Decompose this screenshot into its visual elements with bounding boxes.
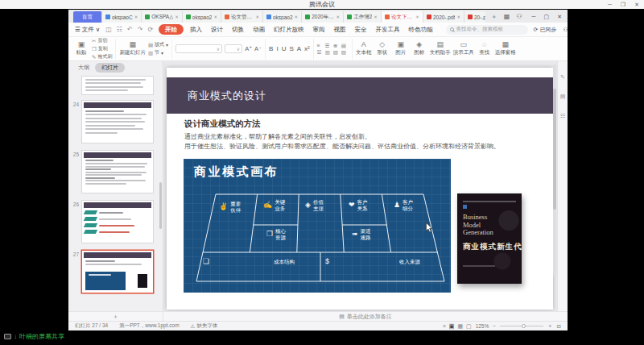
save-icon[interactable]: ◫	[105, 26, 112, 33]
selection-pane-button[interactable]: ▦ 选择窗格	[495, 41, 516, 56]
slide-thumbnail[interactable]	[81, 100, 154, 143]
bold-button[interactable]: B	[269, 45, 273, 53]
justify-icon[interactable]: ▨	[341, 49, 349, 55]
paste-button[interactable]: ▣ 粘贴	[73, 41, 89, 56]
new-slide-button[interactable]: ▦ 新建幻灯片	[119, 41, 146, 56]
zoom-out-button[interactable]: −	[493, 323, 496, 329]
font-color-button[interactable]: A	[297, 45, 301, 53]
animation-panel-icon[interactable]: ▤	[560, 94, 566, 100]
document-tab[interactable]: 2020-.pdf ✕	[423, 11, 464, 23]
minimize-icon[interactable]: ─	[608, 2, 612, 7]
missing-font-warning[interactable]: ⚠ 缺失字体	[191, 322, 218, 330]
slide-thumbnail[interactable]	[81, 76, 154, 95]
ribbon-tab[interactable]: 特色功能	[407, 25, 436, 35]
shrink-font-button[interactable]: A⁻	[254, 45, 262, 52]
close-icon[interactable]: ✕	[134, 15, 138, 19]
layout-button[interactable]: ▤ 版式 ▾	[148, 41, 168, 48]
document-tab[interactable]: 首页 ✕	[73, 11, 102, 23]
add-slide-button[interactable]: ＋	[113, 312, 119, 321]
file-menu-button[interactable]: ☰ 文件 ∨	[75, 26, 100, 34]
document-tab[interactable]: 2020年报表 ✕	[302, 11, 344, 23]
ribbon-tab[interactable]: 幻灯片放映	[271, 25, 307, 35]
sync-status[interactable]: ⟳ 已同步	[534, 26, 557, 34]
document-tab[interactable]: okspao2 ✕	[263, 11, 302, 23]
close-icon[interactable]: ✕	[255, 15, 259, 19]
close-icon[interactable]: ✕	[557, 14, 562, 20]
close-icon[interactable]: ✕	[634, 2, 639, 8]
play-view-icon[interactable]: ▢	[466, 323, 472, 330]
shapes-button[interactable]: ◇ 形状	[374, 41, 390, 56]
superscript-button[interactable]: x²	[304, 45, 310, 53]
undo-icon[interactable]: ↶	[127, 26, 133, 33]
slide-thumbnail-selected[interactable]	[81, 250, 154, 293]
refresh-icon[interactable]: ⟳	[147, 26, 153, 33]
close-icon[interactable]: ✕	[415, 15, 419, 19]
font-size-select[interactable]: ∨	[225, 44, 242, 53]
icon-library-button[interactable]: ◈ 图标	[411, 41, 427, 56]
close-icon[interactable]: ✕	[295, 15, 299, 19]
sorter-view-icon[interactable]: ▦	[457, 323, 463, 330]
align-center-icon[interactable]: ▥	[325, 49, 332, 55]
close-icon[interactable]: ✕	[175, 15, 179, 19]
redo-icon[interactable]: ↷	[138, 26, 143, 33]
ribbon-tab[interactable]: 设计	[208, 25, 225, 35]
align-right-icon[interactable]: ▧	[333, 49, 341, 55]
zoom-in-button[interactable]: ＋	[547, 322, 553, 330]
picture-button[interactable]: ▣ 图片	[393, 41, 409, 56]
copy-button[interactable]: ❐ 复制	[92, 45, 112, 52]
collaborate-button[interactable]: ⚇ 协作	[563, 26, 568, 34]
italic-button[interactable]: I	[276, 45, 278, 53]
slide-canvas[interactable]: 商业模式的设计 设计商业模式的方法 通过商业元素标准化，帮助了解各元素之间的关联…	[167, 68, 553, 310]
document-tab[interactable]: 20-.pdf ✕	[464, 11, 485, 23]
find-button[interactable]: ◌ 查找	[477, 41, 493, 56]
zoom-slider[interactable]	[500, 326, 543, 326]
document-tab[interactable]: 工作簿2 ✕	[344, 11, 382, 23]
number-list-icon[interactable]: ☰	[325, 43, 332, 48]
text-box-button[interactable]: A 文本框	[356, 41, 372, 56]
format-painter-button[interactable]: ✎ 格式刷	[92, 53, 112, 60]
panel-scrollbar[interactable]	[159, 182, 162, 229]
document-tab[interactable]: okspao2 ✕	[183, 11, 221, 23]
section-button[interactable]: ▥ 节 ▾	[148, 49, 168, 56]
notes-view-icon[interactable]: ≡	[443, 323, 446, 330]
maximize-icon[interactable]: ❐	[621, 2, 625, 8]
format-panel-icon[interactable]: ✎	[560, 74, 565, 81]
slide-thumbnail[interactable]	[81, 150, 154, 193]
notes-bar[interactable]: ▤ 单击此处添加备注	[163, 312, 568, 321]
fit-screen-icon[interactable]: ⊡	[557, 323, 561, 330]
close-icon[interactable]: ✕	[374, 15, 378, 19]
indent-icon[interactable]: ≣	[333, 43, 341, 48]
ribbon-tab[interactable]: 开发工具	[374, 25, 402, 35]
props-panel-icon[interactable]: ☷	[560, 113, 565, 119]
ribbon-tab[interactable]: 视图	[332, 25, 349, 35]
account-icon[interactable]: ⚇	[516, 13, 522, 20]
normal-view-icon[interactable]: ▣	[449, 323, 455, 330]
bullet-list-icon[interactable]: ≡	[317, 43, 324, 48]
underline-button[interactable]: U	[282, 45, 287, 53]
ribbon-tab[interactable]: 插入	[188, 25, 204, 35]
slide-thumbnail[interactable]	[81, 200, 154, 243]
ribbon-tab[interactable]: 审阅	[311, 25, 328, 35]
workspace-icon[interactable]: ▦	[504, 13, 510, 20]
cut-button[interactable]: ✂ 剪切	[92, 37, 112, 44]
new-tab-button[interactable]: ＋	[491, 12, 497, 21]
ribbon-tab[interactable]: 动画	[250, 25, 267, 35]
minimize-icon[interactable]: ─	[532, 14, 536, 20]
document-tab[interactable]: okspaoC ✕	[102, 11, 142, 23]
close-icon[interactable]: ✕	[336, 15, 341, 19]
document-tab[interactable]: 论文管理中 ✕	[221, 11, 263, 23]
strikethrough-button[interactable]: S	[289, 45, 293, 53]
zoom-level[interactable]: 125%	[476, 323, 489, 329]
ribbon-tab[interactable]: 切换	[229, 25, 246, 35]
zoom-slider-knob[interactable]	[522, 324, 526, 328]
doc-assistant-button[interactable]: ▤ 文档助手	[430, 41, 451, 56]
vertical-scrollbar[interactable]	[553, 64, 556, 276]
align-left-icon[interactable]: ☱	[317, 49, 324, 55]
tab-slides[interactable]: 幻灯片	[95, 63, 125, 73]
close-icon[interactable]: ✕	[456, 15, 460, 19]
ribbon-tab[interactable]: 安全	[353, 25, 369, 35]
document-tab[interactable]: OKSPA△ ✕	[142, 11, 183, 23]
search-input[interactable]: 查找命令、搜索模板	[446, 25, 528, 35]
tab-outline[interactable]: 大纲	[78, 64, 89, 72]
grow-font-button[interactable]: A⁺	[245, 45, 252, 52]
